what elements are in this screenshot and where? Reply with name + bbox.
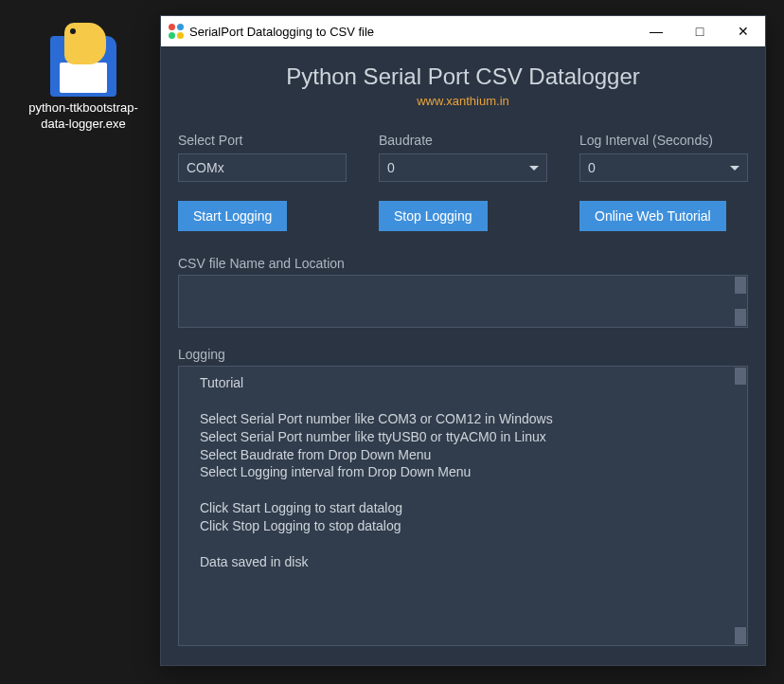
baudrate-label: Baudrate — [379, 133, 547, 148]
csv-section-label: CSV file Name and Location — [178, 256, 748, 271]
baudrate-value: 0 — [387, 160, 395, 175]
desktop-shortcut[interactable]: python-ttkbootstrap-data-logger.exe — [27, 21, 140, 133]
window-title: SerialPort Datalogging to CSV file — [189, 25, 634, 39]
page-title: Python Serial Port CSV Datalogger — [178, 63, 748, 90]
titlebar[interactable]: SerialPort Datalogging to CSV file — □ ✕ — [161, 16, 765, 46]
baudrate-select[interactable]: 0 — [379, 153, 547, 182]
csv-path-textarea[interactable] — [178, 275, 748, 328]
maximize-button[interactable]: □ — [678, 16, 722, 46]
scrollbar-thumb[interactable] — [735, 368, 746, 385]
online-tutorial-button[interactable]: Online Web Tutorial — [579, 201, 726, 231]
interval-select[interactable]: 0 — [579, 153, 748, 182]
app-window: SerialPort Datalogging to CSV file — □ ✕… — [160, 15, 766, 666]
scrollbar-thumb[interactable] — [735, 277, 746, 294]
scrollbar-thumb[interactable] — [735, 627, 746, 644]
chevron-down-icon — [529, 166, 539, 171]
website-link[interactable]: www.xanthium.in — [178, 94, 748, 108]
logging-section-label: Logging — [178, 347, 748, 362]
interval-value: 0 — [588, 160, 596, 175]
port-label: Select Port — [178, 133, 347, 148]
interval-label: Log Interval (Seconds) — [579, 133, 748, 148]
stop-logging-button[interactable]: Stop Logging — [379, 201, 488, 231]
chevron-down-icon — [730, 166, 739, 171]
port-input[interactable] — [178, 153, 347, 182]
titlebar-icon — [169, 24, 184, 39]
logging-textarea[interactable]: Tutorial Select Serial Port number like … — [178, 366, 748, 646]
close-button[interactable]: ✕ — [722, 16, 765, 46]
start-logging-button[interactable]: Start Logging — [178, 201, 287, 231]
minimize-button[interactable]: — — [634, 16, 678, 46]
desktop-shortcut-label: python-ttkbootstrap-data-logger.exe — [27, 100, 140, 133]
app-icon — [45, 21, 121, 97]
scrollbar-thumb[interactable] — [735, 309, 746, 326]
